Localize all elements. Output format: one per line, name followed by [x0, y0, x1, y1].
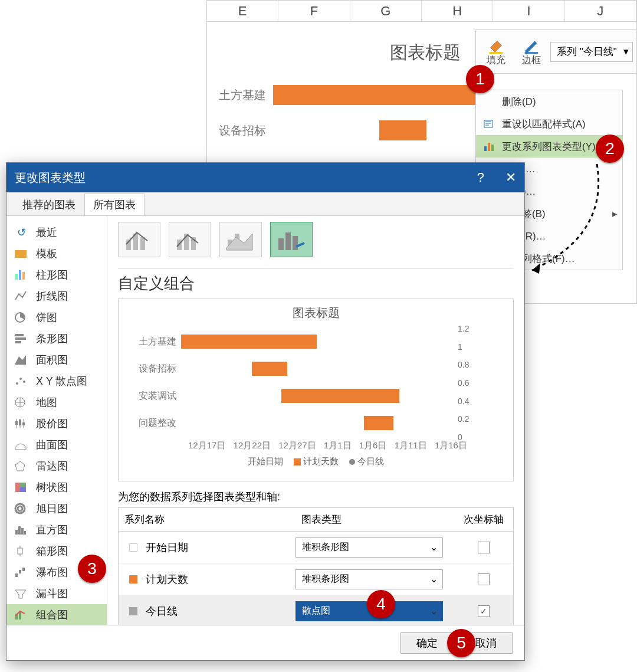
series-row-today-line: 今日线 散点图⌄ ✓ [119, 595, 513, 625]
combo-subtype-2[interactable] [169, 222, 211, 257]
bar-segment[interactable] [379, 120, 426, 140]
preview-legend: 开始日期 计划天数 今日线 [129, 456, 503, 467]
cat-sunburst[interactable]: 旭日图 [6, 498, 107, 519]
secondary-axis-checkbox[interactable] [478, 542, 490, 553]
ctx-delete[interactable]: 删除(D) [476, 90, 622, 113]
tab-recommended[interactable]: 推荐的图表 [14, 194, 84, 215]
separator [118, 268, 514, 268]
cat-map[interactable]: 地图 [6, 392, 107, 413]
dialog-titlebar[interactable]: 更改图表类型 ? ✕ [6, 163, 524, 192]
pv-label: 设备招标 [129, 363, 176, 375]
legend-swatch-icon [294, 458, 301, 466]
svg-rect-11 [15, 334, 24, 336]
fill-label: 填充 [487, 54, 505, 67]
svg-rect-29 [21, 528, 24, 535]
svg-rect-36 [22, 568, 25, 571]
subtype-row [118, 222, 514, 257]
close-button[interactable]: ✕ [505, 170, 516, 185]
tab-all-charts[interactable]: 所有图表 [84, 194, 145, 215]
chart-type-select[interactable]: 堆积条形图⌄ [295, 537, 443, 558]
combo-subtype-3[interactable] [219, 222, 262, 257]
cat-line[interactable]: 折线图 [6, 286, 107, 307]
series-selector[interactable]: 系列 "今日线" ▾ [550, 42, 633, 62]
col-header[interactable]: I [493, 1, 564, 22]
combo-subtype-1[interactable] [118, 222, 160, 257]
folder-icon [14, 248, 29, 260]
pv-bar [281, 389, 399, 403]
boxplot-icon [14, 545, 29, 557]
treemap-icon [14, 481, 29, 493]
cat-radar[interactable]: 雷达图 [6, 455, 107, 477]
svg-rect-30 [24, 531, 26, 535]
secondary-axis-checkbox[interactable]: ✓ [478, 605, 490, 617]
pie-chart-icon [14, 312, 29, 323]
cat-bar[interactable]: 条形图 [6, 328, 107, 349]
map-icon [14, 396, 29, 408]
series-selector-text: 系列 "今日线" [557, 45, 617, 58]
embedded-chart[interactable]: 土方基建 设备招标 [213, 77, 484, 148]
cat-recent[interactable]: ↺最近 [6, 222, 107, 243]
col-header[interactable]: E [207, 1, 278, 22]
pen-icon [523, 37, 540, 54]
svg-rect-13 [15, 341, 21, 343]
combo-subtype-custom[interactable] [270, 222, 313, 257]
series-name: 开始日期 [143, 540, 295, 555]
combo-icon [14, 609, 29, 621]
mini-toolbar: 填充 边框 系列 "今日线" ▾ [475, 29, 637, 74]
col-header[interactable]: G [350, 1, 422, 22]
col-header[interactable]: H [422, 1, 493, 22]
svg-rect-23 [20, 483, 26, 487]
cat-funnel[interactable]: 漏斗图 [6, 583, 107, 604]
svg-rect-31 [18, 548, 22, 554]
ok-button[interactable]: 确定 [400, 632, 454, 654]
cat-column[interactable]: 柱形图 [6, 264, 107, 286]
sunburst-icon [14, 503, 29, 514]
svg-rect-41 [140, 237, 145, 250]
chart-type-select[interactable]: 堆积条形图⌄ [295, 569, 443, 589]
border-button[interactable]: 边框 [515, 32, 548, 71]
svg-rect-47 [278, 238, 284, 250]
svg-rect-8 [19, 270, 21, 280]
cat-surface[interactable]: 曲面图 [6, 434, 107, 455]
help-button[interactable]: ? [477, 170, 484, 185]
category-label: 土方基建 [213, 87, 266, 103]
cat-histogram[interactable]: 直方图 [6, 519, 107, 540]
histogram-icon [14, 524, 29, 536]
col-header[interactable]: F [278, 1, 350, 22]
svg-rect-34 [15, 573, 18, 577]
series-swatch [129, 543, 137, 552]
waterfall-icon [14, 566, 29, 578]
chart-title[interactable]: 图表标题 [390, 41, 461, 65]
svg-point-16 [23, 381, 25, 383]
cat-stock[interactable]: 股价图 [6, 413, 107, 434]
bar-segment[interactable] [273, 85, 480, 105]
secondary-axis-checkbox[interactable] [478, 573, 490, 585]
svg-rect-28 [18, 526, 21, 535]
svg-point-25 [15, 504, 25, 513]
pv-label: 安装调试 [129, 390, 176, 402]
cat-treemap[interactable]: 树状图 [6, 477, 107, 498]
border-label: 边框 [522, 54, 541, 67]
col-header[interactable]: J [565, 1, 636, 22]
svg-rect-19 [19, 419, 21, 425]
svg-rect-1 [525, 52, 539, 54]
radar-icon [14, 460, 29, 472]
cat-templates[interactable]: 模板 [6, 243, 107, 264]
series-table-header: 系列名称 图表类型 次坐标轴 [119, 508, 513, 532]
cat-combo[interactable]: 组合图 [6, 604, 107, 625]
ctx-reset-style[interactable]: 重设以匹配样式(A) [476, 113, 622, 135]
cat-scatter[interactable]: X Y 散点图 [6, 371, 107, 392]
series-name: 今日线 [143, 604, 295, 618]
preview-title: 图表标题 [129, 305, 503, 321]
recent-icon: ↺ [14, 227, 29, 238]
bar-chart-icon [14, 333, 29, 345]
column-chart-icon [14, 269, 29, 281]
chart-preview: 图表标题 1.210.80.60.40.20 土方基建 设备招标 安装调试 问题… [118, 299, 514, 481]
cat-pie[interactable]: 饼图 [6, 307, 107, 328]
svg-rect-5 [491, 145, 494, 151]
cat-area[interactable]: 面积图 [6, 349, 107, 371]
surface-icon [14, 439, 29, 451]
dialog-tabs: 推荐的图表 所有图表 [6, 192, 524, 216]
pv-bar [364, 416, 393, 430]
pv-bar [252, 362, 287, 376]
